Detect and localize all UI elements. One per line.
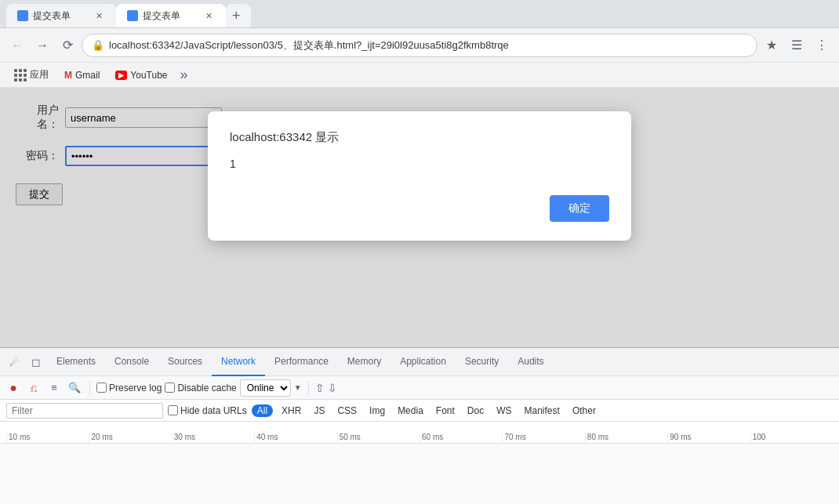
bookmark-youtube[interactable]: ▶ YouTube [109,66,173,85]
new-tab-button[interactable]: + [226,4,251,27]
preserve-log-label: Preserve log [109,383,162,393]
filter-input[interactable] [6,403,163,419]
menu-icon[interactable]: ⋮ [811,34,833,56]
alert-dialog: localhost:63342 显示 1 确定 [208,111,631,241]
hide-data-urls-label: Hide data URLs [180,405,247,416]
timeline-ticks: 10 ms 20 ms 30 ms 40 ms 50 ms 60 ms 70 m… [6,422,833,443]
toolbar-icons: ★ ☰ ⋮ [761,34,833,56]
tab-label-1: 提交表单 [33,9,71,23]
disable-cache-checkbox[interactable] [165,383,175,393]
forward-button[interactable]: → [31,34,53,56]
timeline-bar: 10 ms 20 ms 30 ms 40 ms 50 ms 60 ms 70 m… [0,422,839,444]
filter-type-xhr[interactable]: XHR [278,404,305,417]
gmail-icon: M [64,70,72,81]
alert-message: 1 [230,158,609,170]
alert-overlay: localhost:63342 显示 1 确定 [0,88,839,347]
tick-80ms: 80 ms [585,433,667,443]
tab-security[interactable]: Security [456,348,508,376]
throttle-select[interactable]: Online [240,379,291,397]
tab-2[interactable]: 提交表单 ✕ [116,4,226,27]
address-bar: ← → ⟳ 🔒 localhost:63342/JavaScript/lesso… [0,28,839,63]
hide-data-urls-checkbox[interactable] [168,405,178,415]
apps-icon [14,69,27,82]
gmail-label: Gmail [75,70,100,81]
tab-audits[interactable]: Audits [508,348,553,376]
throttle-arrow: ▼ [294,383,302,392]
download-icon[interactable]: ⇩ [328,382,337,394]
filter-type-js[interactable]: JS [310,404,329,417]
browser-tab-bar: 提交表单 ✕ 提交表单 ✕ + [0,0,839,28]
tab-performance[interactable]: Performance [265,348,338,376]
upload-icon[interactable]: ⇧ [315,382,325,394]
reload-button[interactable]: ⟳ [56,34,78,56]
tick-70ms: 70 ms [502,433,584,443]
url-text: localhost:63342/JavaScript/lesson03/5、提交… [109,38,747,53]
hide-data-urls-group: Hide data URLs [168,405,247,416]
alert-title: localhost:63342 显示 [230,130,609,145]
filter-type-css[interactable]: CSS [333,404,361,417]
preserve-log-checkbox[interactable] [96,383,107,393]
bookmark-apps[interactable]: 应用 [8,66,55,85]
filter-type-all[interactable]: All [252,404,273,417]
tab-elements[interactable]: Elements [47,348,105,376]
toolbar-separator-1 [89,381,90,395]
disable-cache-label: Disable cache [177,383,236,393]
tab-favicon-2 [127,10,138,21]
extensions-icon[interactable]: ☰ [786,34,808,56]
tick-50ms: 50 ms [337,433,420,443]
tick-20ms: 20 ms [89,433,171,443]
clear-button[interactable]: ⎌ [25,379,42,397]
disable-cache-group: Disable cache [165,383,236,393]
bookmarks-bar: 应用 M Gmail ▶ YouTube » [0,63,839,88]
network-toolbar: ● ⎌ ≡ 🔍 Preserve log Disable cache Onlin… [0,376,839,400]
alert-footer: 确定 [230,195,609,222]
tab-sources[interactable]: Sources [158,348,212,376]
tick-60ms: 60 ms [420,433,502,443]
filter-bar: Hide data URLs All XHR JS CSS Img Media … [0,400,839,422]
alert-ok-button[interactable]: 确定 [550,195,609,222]
devtools-responsive-icon[interactable]: ◻ [25,351,47,373]
filter-type-ws[interactable]: WS [492,404,515,417]
filter-type-media[interactable]: Media [394,404,427,417]
search-button[interactable]: 🔍 [66,379,83,397]
tick-100ms: 100 [750,433,833,443]
devtools-tab-bar: ☄ ◻ Elements Console Sources Network Per… [0,348,839,376]
more-bookmarks-icon[interactable]: » [180,67,188,83]
back-button[interactable]: ← [6,34,28,56]
youtube-icon: ▶ [115,71,127,80]
filter-type-other[interactable]: Other [568,404,600,417]
star-icon[interactable]: ★ [761,34,783,56]
devtools-panel: ☄ ◻ Elements Console Sources Network Per… [0,347,839,504]
filter-type-manifest[interactable]: Manifest [521,404,564,417]
tick-40ms: 40 ms [254,433,336,443]
tab-memory[interactable]: Memory [338,348,390,376]
tick-10ms: 10 ms [6,433,89,443]
tick-30ms: 30 ms [172,433,254,443]
lock-icon: 🔒 [92,39,104,51]
url-bar[interactable]: 🔒 localhost:63342/JavaScript/lesson03/5、… [82,34,757,57]
apps-label: 应用 [30,68,49,82]
filter-type-img[interactable]: Img [365,404,389,417]
tab-application[interactable]: Application [390,348,456,376]
tab-favicon-1 [17,10,28,21]
page-content: 用户名： 密码： 提交 localhost:63342 显示 1 确定 [0,88,839,347]
toolbar-separator-2 [308,381,309,395]
preserve-log-group: Preserve log [96,383,162,393]
filter-type-doc[interactable]: Doc [463,404,488,417]
youtube-label: YouTube [130,70,167,81]
record-button[interactable]: ● [5,379,22,397]
tab-close-2[interactable]: ✕ [202,9,215,22]
tick-90ms: 90 ms [667,433,750,443]
filter-type-font[interactable]: Font [432,404,459,417]
tab-close-1[interactable]: ✕ [93,9,105,22]
bookmark-gmail[interactable]: M Gmail [58,66,106,85]
filter-button[interactable]: ≡ [45,379,63,397]
tab-1[interactable]: 提交表单 ✕ [6,4,116,27]
tab-network[interactable]: Network [212,348,265,376]
tab-console[interactable]: Console [105,348,158,376]
tab-label-2: 提交表单 [143,9,180,23]
devtools-inspect-icon[interactable]: ☄ [3,351,25,373]
